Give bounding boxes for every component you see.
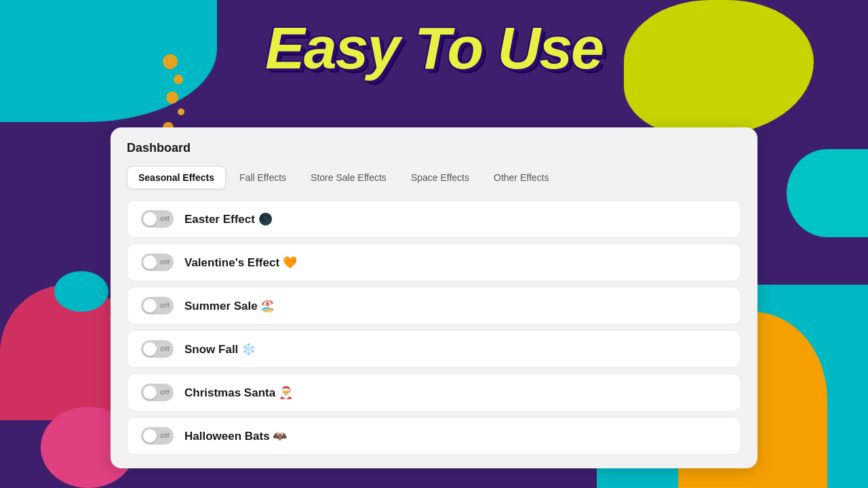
table-row: Off Snow Fall ❄️ (127, 330, 741, 368)
table-row: Off Summer Sale 🏖️ (127, 287, 741, 325)
dashboard-title: Dashboard (127, 141, 741, 155)
christmas-effect-name: Christmas Santa 🎅 (184, 386, 293, 400)
toggle-knob (143, 299, 157, 312)
toggle-knob (143, 429, 157, 443)
toggle-label: Off (160, 302, 170, 309)
valentine-effect-name: Valentine's Effect 🧡 (184, 256, 297, 270)
toggle-label: Off (160, 259, 170, 266)
tab-other[interactable]: Other Effects (483, 166, 559, 189)
tab-seasonal[interactable]: Seasonal Effects (127, 166, 226, 189)
easter-toggle[interactable]: Off (141, 210, 174, 228)
title-area: Easy To Use (0, 14, 868, 83)
summer-effect-name: Summer Sale 🏖️ (184, 299, 275, 313)
main-title: Easy To Use (0, 14, 868, 83)
halloween-effect-name: Halloween Bats 🦇 (184, 429, 287, 443)
easter-effect-name: Easter Effect 🌑 (184, 212, 273, 226)
toggle-label: Off (160, 346, 170, 352)
dashboard-card: Dashboard Seasonal Effects Fall Effects … (111, 127, 757, 468)
valentine-toggle[interactable]: Off (141, 253, 174, 271)
blob-teal-small (54, 271, 108, 312)
christmas-toggle[interactable]: Off (141, 384, 174, 401)
table-row: Off Halloween Bats 🦇 (127, 417, 741, 455)
blob-teal-right (787, 149, 868, 237)
tabs-container: Seasonal Effects Fall Effects Store Sale… (127, 166, 741, 189)
tab-fall[interactable]: Fall Effects (229, 166, 297, 189)
halloween-toggle[interactable]: Off (141, 427, 174, 445)
toggle-knob (143, 386, 157, 399)
toggle-label: Off (160, 389, 170, 396)
snowfall-effect-name: Snow Fall ❄️ (184, 342, 256, 357)
snowfall-toggle[interactable]: Off (141, 340, 174, 358)
table-row: Off Valentine's Effect 🧡 (127, 243, 741, 281)
tab-store-sale[interactable]: Store Sale Effects (300, 166, 397, 189)
table-row: Off Christmas Santa 🎅 (127, 373, 741, 411)
toggle-label: Off (160, 216, 170, 222)
summer-toggle[interactable]: Off (141, 297, 174, 314)
effects-list: Off Easter Effect 🌑 Off Valentine's Effe… (127, 200, 741, 455)
toggle-knob (143, 212, 157, 226)
toggle-knob (143, 342, 157, 356)
tab-space[interactable]: Space Effects (400, 166, 480, 189)
toggle-knob (143, 256, 157, 269)
table-row: Off Easter Effect 🌑 (127, 200, 741, 238)
toggle-label: Off (160, 432, 170, 439)
